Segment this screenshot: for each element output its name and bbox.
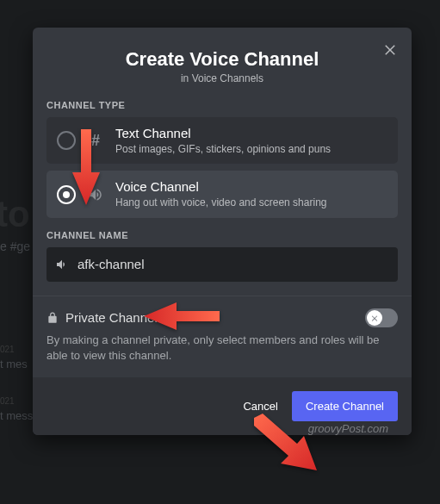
close-button[interactable]: [379, 38, 401, 60]
hash-icon: #: [86, 132, 105, 150]
speaker-icon: [55, 258, 69, 271]
modal-title: Create Voice Channel: [46, 48, 398, 71]
private-toggle[interactable]: [365, 308, 398, 327]
toggle-knob: [367, 310, 382, 326]
option-voice-channel[interactable]: Voice Channel Hang out with voice, video…: [46, 171, 398, 217]
option-title: Text Channel: [115, 126, 331, 141]
channel-type-label: CHANNEL TYPE: [46, 100, 398, 110]
modal-footer: Cancel Create Channel: [33, 377, 412, 435]
close-icon: [382, 41, 398, 57]
channel-name-input[interactable]: [76, 256, 389, 272]
speaker-icon: [86, 187, 105, 202]
channel-name-label: CHANNEL NAME: [46, 230, 398, 240]
modal-header: Create Voice Channel in Voice Channels: [33, 28, 412, 91]
option-desc: Hang out with voice, video and screen sh…: [115, 196, 326, 208]
create-channel-modal: Create Voice Channel in Voice Channels C…: [33, 28, 412, 435]
divider: [33, 296, 412, 296]
channel-name-field[interactable]: [46, 247, 398, 282]
private-channel-label: Private Channel: [65, 310, 158, 325]
modal-subtitle: in Voice Channels: [46, 72, 398, 84]
option-text-channel[interactable]: # Text Channel Post images, GIFs, sticke…: [46, 117, 398, 164]
lock-icon: [46, 312, 59, 324]
radio-unchecked: [57, 131, 76, 150]
x-icon: [370, 314, 379, 322]
create-channel-button[interactable]: Create Channel: [292, 391, 398, 421]
option-desc: Post images, GIFs, stickers, opinions an…: [115, 143, 331, 155]
private-channel-desc: By making a channel private, only select…: [46, 333, 398, 364]
cancel-button[interactable]: Cancel: [243, 400, 277, 413]
radio-checked: [57, 185, 76, 204]
option-title: Voice Channel: [115, 179, 326, 195]
